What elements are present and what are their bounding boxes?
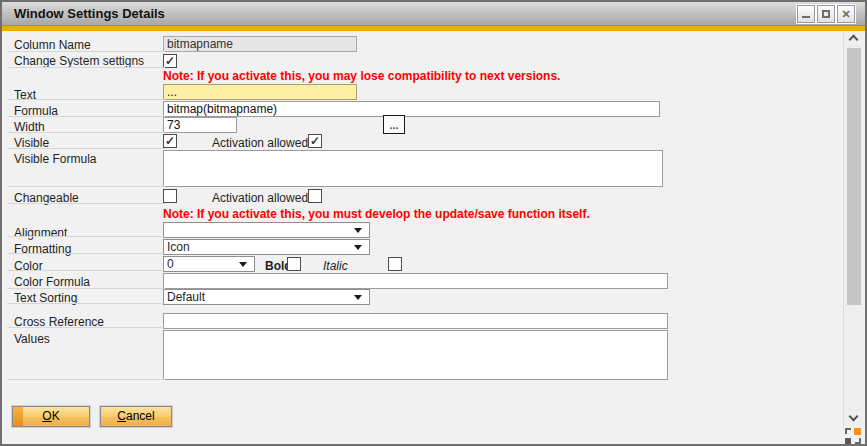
visible-activation-allowed-label: Activation allowed — [212, 136, 308, 150]
bold-checkbox[interactable] — [287, 257, 301, 271]
minimize-button[interactable] — [797, 5, 815, 23]
cross-reference-input[interactable] — [163, 313, 668, 329]
row-separator — [7, 99, 165, 100]
row-separator — [7, 186, 165, 187]
scroll-down-button[interactable] — [844, 411, 864, 427]
row-separator — [7, 148, 165, 149]
row-separator — [7, 327, 165, 328]
changeable-activation-checkbox[interactable] — [308, 189, 322, 203]
grip-corner-bottom-left — [845, 438, 851, 444]
italic-checkbox[interactable] — [388, 257, 402, 271]
color-dropdown[interactable]: 0 — [163, 256, 255, 272]
close-button[interactable]: ✕ — [837, 5, 855, 23]
formatting-value: Icon — [167, 240, 190, 254]
column-name-input[interactable] — [163, 36, 357, 52]
maximize-icon — [822, 10, 830, 18]
visible-activation-checkbox[interactable]: ✓ — [308, 134, 322, 148]
row-separator — [7, 116, 165, 117]
ok-button[interactable]: OK — [12, 406, 90, 427]
alignment-dropdown[interactable] — [163, 222, 370, 238]
visible-formula-textarea[interactable] — [163, 150, 663, 187]
column-name-label: Column Name — [14, 38, 91, 52]
chevron-up-icon — [849, 35, 859, 45]
width-input[interactable] — [163, 117, 237, 133]
changeable-checkbox[interactable] — [163, 189, 177, 203]
minimize-icon — [802, 16, 810, 18]
formatting-dropdown[interactable]: Icon — [163, 239, 370, 255]
values-textarea[interactable] — [163, 330, 668, 380]
title-bar[interactable]: Window Settings Details — [2, 2, 865, 26]
dropdown-arrow-icon — [354, 245, 362, 250]
dropdown-arrow-icon — [354, 228, 362, 233]
row-separator — [7, 67, 165, 68]
grip-corner-top-right — [854, 428, 861, 435]
alignment-label: Alignment — [14, 226, 67, 240]
text-sorting-value: Default — [167, 290, 205, 304]
ok-button-label: OK — [13, 407, 89, 426]
scroll-up-button[interactable] — [844, 31, 864, 47]
row-separator — [7, 132, 165, 133]
row-separator — [7, 379, 165, 380]
text-sorting-dropdown[interactable]: Default — [163, 289, 370, 305]
change-system-settings-label: Change System settigns — [14, 54, 144, 68]
color-formula-input[interactable] — [163, 273, 668, 289]
chevron-down-icon — [849, 412, 859, 422]
row-separator — [7, 253, 165, 254]
row-separator — [7, 303, 165, 304]
values-label: Values — [14, 332, 50, 346]
close-icon: ✕ — [838, 6, 854, 22]
row-separator — [7, 51, 165, 52]
color-formula-label: Color Formula — [14, 275, 90, 289]
resize-grip-icon[interactable] — [845, 428, 861, 444]
visible-checkbox[interactable]: ✓ — [163, 134, 177, 148]
window-settings-details-dialog: Window Settings Details ✕ Column Name Ch… — [0, 0, 867, 446]
formula-input[interactable] — [163, 101, 660, 117]
italic-label: Italic — [323, 259, 348, 273]
maximize-button[interactable] — [817, 5, 835, 23]
grip-corner-bottom-right — [855, 438, 861, 444]
change-system-checkbox[interactable]: ✓ — [163, 54, 177, 68]
window-title: Window Settings Details — [14, 2, 165, 26]
compatibility-note: Note: If you activate this, you may lose… — [163, 69, 560, 83]
row-separator — [7, 236, 165, 237]
scrollbar-thumb[interactable] — [847, 48, 861, 305]
grip-corner-top-left — [845, 428, 851, 434]
vertical-scrollbar[interactable] — [843, 31, 863, 427]
update-save-note: Note: If you activate this, you must dev… — [163, 207, 590, 221]
row-separator — [7, 288, 165, 289]
text-input[interactable] — [163, 84, 357, 100]
accent-gold-bar — [2, 26, 865, 31]
width-browse-button[interactable]: ... — [383, 115, 405, 134]
dropdown-arrow-icon — [354, 295, 362, 300]
visible-formula-label: Visible Formula — [14, 152, 96, 166]
changeable-activation-allowed-label: Activation allowed — [212, 191, 308, 205]
row-separator — [7, 203, 165, 204]
cancel-button-label: Cancel — [101, 407, 171, 426]
dropdown-arrow-icon — [239, 262, 247, 267]
cancel-button[interactable]: Cancel — [100, 406, 172, 427]
row-separator — [7, 270, 165, 271]
color-value: 0 — [167, 257, 174, 271]
